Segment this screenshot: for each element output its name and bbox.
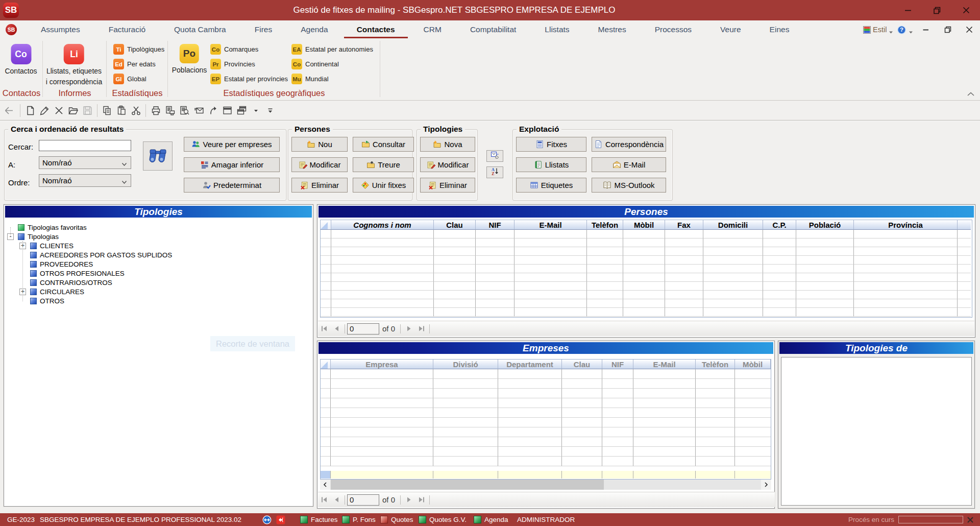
grid-cell[interactable] <box>696 408 735 418</box>
delete-x-icon[interactable] <box>54 105 64 116</box>
status-module[interactable]: P. Fons <box>342 513 376 526</box>
grid-cell[interactable] <box>321 447 331 457</box>
action-button[interactable]: Modificar <box>420 157 475 172</box>
grid-cell[interactable] <box>703 230 763 238</box>
grid-cell[interactable] <box>763 230 796 238</box>
grid-cell[interactable] <box>434 291 476 299</box>
grid-cell[interactable] <box>331 437 433 447</box>
caret-down-icon[interactable] <box>251 105 261 116</box>
action-button[interactable]: Modificar <box>291 157 348 172</box>
ribbon-small-button[interactable]: Mu Mundial <box>291 74 329 84</box>
grid-cell[interactable] <box>498 418 562 427</box>
search-button[interactable] <box>143 141 173 171</box>
window-icon[interactable] <box>222 105 233 116</box>
grid-cell[interactable] <box>476 247 514 256</box>
grid-cell[interactable] <box>476 282 514 291</box>
status-module[interactable]: Factures <box>300 513 338 526</box>
grid-cell[interactable] <box>434 247 476 256</box>
ribbon-small-button[interactable]: Co Continental <box>291 59 339 69</box>
scroll-left-arrow[interactable] <box>320 480 330 490</box>
grid-cell[interactable] <box>623 299 665 308</box>
grid-cell[interactable] <box>602 379 633 389</box>
grid-cell[interactable] <box>623 282 665 291</box>
grid-cell[interactable] <box>796 256 854 265</box>
grid-cell[interactable] <box>514 247 587 256</box>
column-header[interactable]: C.P. <box>763 220 796 230</box>
scroll-right-arrow[interactable] <box>761 480 771 490</box>
action-button[interactable]: MS-Outlook <box>592 178 666 193</box>
grid-cell[interactable] <box>796 282 854 291</box>
column-header[interactable]: Fax <box>665 220 703 230</box>
grid-cell[interactable] <box>331 471 433 479</box>
tree-node[interactable]: + CIRCULARES <box>5 287 312 296</box>
grid-cell[interactable] <box>703 299 763 308</box>
grid-cell[interactable] <box>854 238 958 247</box>
grid-cell[interactable] <box>703 238 763 247</box>
grid-row[interactable] <box>321 457 771 466</box>
save-icon[interactable] <box>82 105 93 116</box>
grid-cell[interactable] <box>958 299 971 308</box>
grid-row[interactable] <box>321 230 972 238</box>
grid-cell[interactable] <box>321 299 331 308</box>
tree-node[interactable]: - Tipologias <box>5 232 312 241</box>
grid-cell[interactable] <box>602 457 633 466</box>
grid-cell[interactable] <box>476 265 514 273</box>
grid-cell[interactable] <box>433 427 498 437</box>
tree-node[interactable]: + CLIENTES <box>5 241 312 250</box>
grid-cell[interactable] <box>763 299 796 308</box>
grid-cell[interactable] <box>321 398 331 408</box>
grid-cell[interactable] <box>602 418 633 427</box>
grid-cell[interactable] <box>854 291 958 299</box>
grid-cell[interactable] <box>562 437 602 447</box>
grid-cell[interactable] <box>321 418 331 427</box>
grid-row[interactable] <box>321 291 972 299</box>
grid-cell[interactable] <box>735 379 771 389</box>
column-header[interactable]: Clau <box>562 360 602 369</box>
grid-cell[interactable] <box>331 273 434 282</box>
grid-cell[interactable] <box>696 471 735 479</box>
status-module[interactable]: Agenda <box>474 513 508 526</box>
ribbon-button-poblacions[interactable]: Po Poblacions <box>172 44 207 76</box>
ribbon-button-llistats-etiquetes[interactable]: Li Llistats, etiquetesi correspondència <box>46 44 103 87</box>
grid-cell[interactable] <box>434 265 476 273</box>
grid-row[interactable] <box>321 408 771 418</box>
grid-cell[interactable] <box>696 369 735 379</box>
window-restore-button[interactable] <box>933 6 942 15</box>
next-page-button[interactable] <box>403 494 415 506</box>
grid-cell[interactable] <box>514 291 587 299</box>
grid-cell[interactable] <box>623 238 665 247</box>
grid-cell[interactable] <box>665 299 703 308</box>
window-minimize-button[interactable] <box>903 6 913 15</box>
grid-cell[interactable] <box>735 471 771 479</box>
ribbon-small-button[interactable]: Pr Províncies <box>210 59 255 69</box>
grid-cell[interactable] <box>498 457 562 466</box>
send-mail-icon[interactable] <box>193 105 204 116</box>
grid-cell[interactable] <box>331 379 433 389</box>
grid-row[interactable] <box>321 389 771 398</box>
up-arrow-icon[interactable] <box>208 105 218 116</box>
grid-cell[interactable] <box>854 256 958 265</box>
grid-cell[interactable] <box>321 256 331 265</box>
column-header[interactable]: Cognoms i nom <box>331 220 434 230</box>
copy-icon[interactable] <box>102 105 113 116</box>
grid-cell[interactable] <box>602 447 633 457</box>
cascade-windows-icon[interactable] <box>236 105 247 116</box>
grid-cell[interactable] <box>514 256 587 265</box>
ribbon-small-button[interactable]: Ti Tipològiques <box>113 44 164 55</box>
grid-cell[interactable] <box>633 457 696 466</box>
quick-button[interactable] <box>486 150 503 162</box>
grid-cell[interactable] <box>796 299 854 308</box>
first-page-button[interactable] <box>318 323 330 335</box>
grid-new-row[interactable] <box>321 471 771 479</box>
grid-cell[interactable] <box>562 447 602 457</box>
grid-cell[interactable] <box>433 457 498 466</box>
action-button[interactable]: Amagar inferior <box>184 157 280 172</box>
column-header[interactable]: NIF <box>602 360 633 369</box>
grid-cell[interactable] <box>796 308 854 317</box>
grid-cell[interactable] <box>434 256 476 265</box>
grid-cell[interactable] <box>331 265 434 273</box>
grid-cell[interactable] <box>633 437 696 447</box>
grid-cell[interactable] <box>321 238 331 247</box>
grid-cell[interactable] <box>796 291 854 299</box>
row-selector-header[interactable] <box>321 360 331 369</box>
